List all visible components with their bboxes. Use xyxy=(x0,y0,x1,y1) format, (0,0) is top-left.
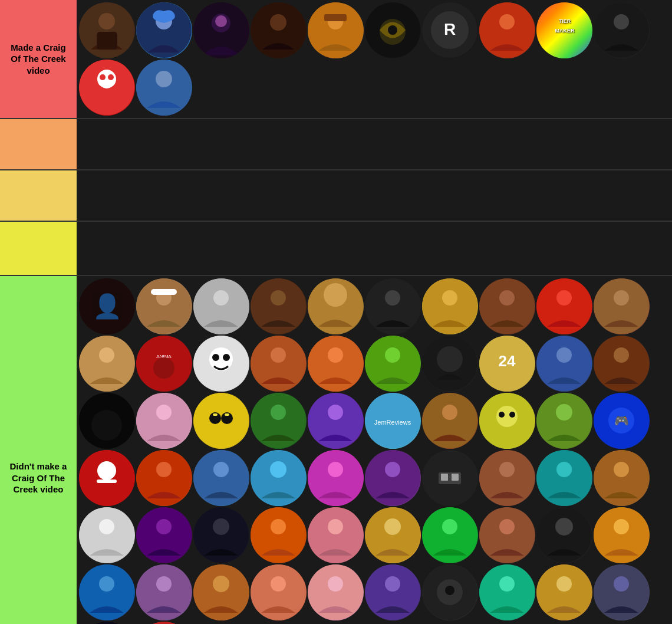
svg-point-167 xyxy=(136,622,192,624)
green-avatar-41[interactable] xyxy=(79,507,135,563)
green-avatar-22[interactable] xyxy=(136,393,192,449)
svg-point-26 xyxy=(614,14,629,29)
green-avatar-35[interactable] xyxy=(308,450,364,506)
svg-point-119 xyxy=(499,462,515,477)
avatar-10[interactable] xyxy=(594,2,650,58)
green-avatar-17[interactable] xyxy=(422,336,478,392)
green-avatar-2[interactable] xyxy=(136,278,192,334)
green-avatar-48[interactable] xyxy=(479,507,535,563)
green-avatar-9[interactable] xyxy=(536,278,592,334)
svg-point-53 xyxy=(99,347,114,363)
green-avatar-50[interactable] xyxy=(594,507,650,563)
green-avatar-39[interactable] xyxy=(536,450,592,506)
green-avatar-5[interactable] xyxy=(308,278,364,334)
green-avatar-43[interactable] xyxy=(193,507,249,563)
green-avatar-60[interactable] xyxy=(594,564,650,620)
svg-point-160 xyxy=(499,576,515,592)
avatar-tiermaker[interactable]: TIERMAKER xyxy=(536,2,592,58)
green-avatar-40[interactable] xyxy=(594,450,650,506)
green-avatar-51[interactable] xyxy=(79,564,135,620)
green-avatar-42[interactable] xyxy=(136,507,192,563)
svg-point-109 xyxy=(270,461,286,478)
green-avatar-29[interactable] xyxy=(536,393,592,449)
tier-label-2 xyxy=(0,119,77,169)
avatar-5[interactable] xyxy=(308,2,364,58)
green-avatar-24[interactable] xyxy=(251,393,307,449)
green-avatar-52[interactable] xyxy=(136,564,192,620)
green-avatar-33[interactable] xyxy=(193,450,249,506)
green-avatar-45[interactable] xyxy=(308,507,364,563)
avatar-6[interactable] xyxy=(365,2,421,58)
green-avatar-6[interactable] xyxy=(365,278,421,334)
tier-row-1: Made a CraigOf The Creekvideo xyxy=(0,0,672,119)
green-avatar-8[interactable] xyxy=(479,278,535,334)
green-avatar-56[interactable] xyxy=(365,564,421,620)
green-avatar-12[interactable]: ANIMA xyxy=(136,336,192,392)
green-avatar-27[interactable] xyxy=(422,393,478,449)
green-avatar-28[interactable] xyxy=(479,393,535,449)
tier-label-3 xyxy=(0,170,77,221)
green-avatar-11[interactable] xyxy=(79,336,135,392)
green-avatar-4[interactable] xyxy=(251,278,307,334)
green-avatar-31[interactable] xyxy=(79,450,135,506)
green-avatar-19[interactable] xyxy=(536,336,592,392)
svg-point-72 xyxy=(556,347,572,363)
svg-text:R: R xyxy=(444,20,456,38)
tier-label-5: Didn't make aCraig Of TheCreek video xyxy=(0,276,77,624)
svg-point-111 xyxy=(328,462,343,477)
svg-point-133 xyxy=(328,519,343,534)
green-avatar-25[interactable] xyxy=(308,393,364,449)
avatar-2[interactable] xyxy=(136,2,192,58)
green-avatar-58[interactable] xyxy=(479,564,535,620)
green-avatar-10[interactable] xyxy=(594,278,650,334)
svg-point-76 xyxy=(91,410,122,441)
green-avatar-54[interactable] xyxy=(251,564,307,620)
green-avatar-21[interactable] xyxy=(79,393,135,449)
svg-point-37 xyxy=(213,290,229,306)
avatar-11[interactable] xyxy=(79,60,135,116)
svg-point-62 xyxy=(271,347,286,363)
avatar-1[interactable] xyxy=(79,2,135,58)
svg-point-29 xyxy=(100,74,106,80)
avatar-7[interactable]: R xyxy=(422,2,478,58)
green-avatar-13[interactable] xyxy=(193,336,249,392)
green-avatar-30[interactable]: 🎮 xyxy=(594,393,650,449)
green-avatar-3[interactable] xyxy=(193,278,249,334)
svg-rect-103 xyxy=(97,480,117,483)
green-avatar-57[interactable] xyxy=(422,564,478,620)
svg-point-139 xyxy=(499,519,515,534)
green-avatar-7[interactable] xyxy=(422,278,478,334)
tier-row-5: Didn't make aCraig Of TheCreek video xyxy=(0,276,672,624)
avatar-4[interactable] xyxy=(251,2,307,58)
avatar-3[interactable] xyxy=(193,2,249,58)
green-avatar-26[interactable]: JemReviews xyxy=(365,393,421,449)
green-avatar-49[interactable] xyxy=(536,507,592,563)
green-avatar-44[interactable] xyxy=(251,507,307,563)
green-avatar-20[interactable] xyxy=(594,336,650,392)
green-avatar-34[interactable] xyxy=(251,450,307,506)
green-avatar-37[interactable] xyxy=(422,450,478,506)
svg-point-64 xyxy=(328,347,343,363)
green-avatar-18[interactable]: 24 xyxy=(479,336,535,392)
green-avatar-16[interactable] xyxy=(365,336,421,392)
green-avatar-62[interactable] xyxy=(136,622,192,624)
avatar-12[interactable] xyxy=(136,60,192,116)
green-avatar-59[interactable] xyxy=(536,564,592,620)
green-avatar-15[interactable] xyxy=(308,336,364,392)
green-avatar-61[interactable] xyxy=(79,622,135,624)
green-avatar-38[interactable] xyxy=(479,450,535,506)
svg-point-78 xyxy=(156,405,172,420)
green-avatar-23[interactable] xyxy=(193,393,249,449)
svg-point-9 xyxy=(270,14,286,31)
green-avatar-55[interactable] xyxy=(308,564,364,620)
green-avatar-32[interactable] xyxy=(136,450,192,506)
green-avatar-46[interactable] xyxy=(365,507,421,563)
green-avatar-36[interactable] xyxy=(365,450,421,506)
avatar-8[interactable] xyxy=(479,2,535,58)
green-avatar-53[interactable] xyxy=(193,564,249,620)
svg-point-165 xyxy=(79,622,134,624)
green-avatar-14[interactable] xyxy=(251,336,307,392)
green-avatar-1[interactable] xyxy=(79,278,135,334)
svg-point-94 xyxy=(499,412,505,418)
green-avatar-47[interactable] xyxy=(422,507,478,563)
